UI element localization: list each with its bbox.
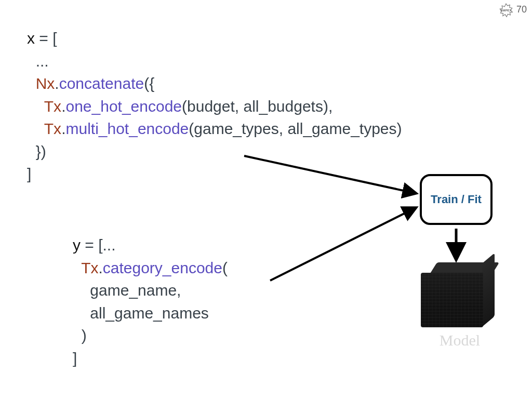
x-open: = [ [35,30,57,47]
slide-number: 70 [516,4,527,15]
one-hot-encode-func: one_hot_encode [65,98,182,115]
code-block-y: y = [... Tx.category_encode( game_name, … [73,234,228,369]
var-y: y [73,236,81,254]
dot: . [98,259,102,276]
nx-module: Nx [27,75,55,92]
code-block-x: x = [ ... Nx.concatenate({ Tx.one_hot_en… [27,27,402,185]
dot: . [55,75,59,92]
game-name-arg: game_name, [73,282,181,299]
tx-module-3: Tx [73,259,98,276]
var-x: x [27,30,35,47]
cat-open: ( [222,259,228,276]
one-hot-args: (budget, all_budgets), [182,98,332,115]
empex-logo: EMPEX [499,3,513,18]
arrow-y-to-train [270,208,416,281]
concat-close: }) [27,143,46,160]
multi-hot-encode-func: multi_hot_encode [65,120,189,137]
train-fit-label: Train / Fit [431,193,482,206]
x-close: ] [27,165,31,182]
all-game-names-arg: all_game_names [73,304,209,322]
y-close: ] [73,350,77,367]
svg-text:EMPEX: EMPEX [500,8,512,12]
model-label: Model [426,331,494,349]
y-open: = [... [81,236,116,254]
x-dots: ... [27,52,49,70]
model-cube [421,262,494,330]
tx-module-1: Tx [27,98,61,115]
category-encode-func: category_encode [103,259,222,276]
train-fit-box: Train / Fit [420,174,493,225]
tx-module-2: Tx [27,120,61,137]
multi-hot-args: (game_types, all_game_types) [189,120,402,137]
cat-close-paren: ) [73,327,87,344]
concat-open: ({ [144,75,154,92]
concatenate-func: concatenate [59,75,144,92]
